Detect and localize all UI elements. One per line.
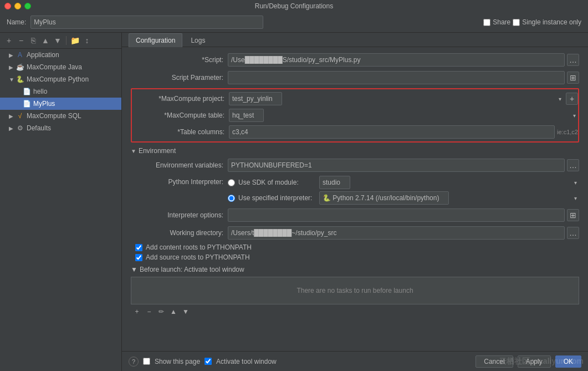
application-icon: A [16,50,24,59]
maxcompute-project-add-button[interactable]: + [566,93,578,105]
move-down-button[interactable]: ▼ [52,35,63,46]
table-columns-label: *Table columns: [132,128,229,136]
specified-radio[interactable] [228,195,235,202]
share-label: Share [493,18,510,26]
toolbar-separator [66,36,67,45]
script-input[interactable] [228,53,565,67]
before-launch-header[interactable]: ▼ Before launch: Activate tool window [131,266,579,273]
sdk-row: Use SDK of module: studio [228,176,579,189]
show-page-label: Show this page [155,358,200,365]
sidebar-item-label: Application [27,51,59,59]
add-content-roots-row: Add content roots to PYTHONPATH [131,243,579,251]
maxcompute-project-select[interactable]: test_py_yinlin [229,92,282,105]
sort-button[interactable]: ↕ [81,35,93,46]
environment-label: Environment [139,147,176,155]
script-param-expand-button[interactable]: ⊞ [567,72,579,84]
share-checkbox[interactable] [483,19,490,26]
sidebar-item-label: MaxCompute SQL [27,112,81,120]
cancel-button[interactable]: Cancel [475,355,513,368]
sidebar-item-myplus[interactable]: 📄 MyPlus [0,98,121,110]
script-control: … [228,53,579,67]
share-group: Share Single instance only [483,18,581,26]
table-columns-control: ie:c1,c2 [229,125,578,139]
environment-arrow: ▼ [131,148,136,154]
environment-section-header[interactable]: ▼ Environment [131,147,579,155]
tab-logs[interactable]: Logs [183,33,212,47]
interpreter-options-expand-button[interactable]: ⊞ [567,209,579,221]
name-row: Name: Share Single instance only [0,12,588,33]
table-columns-suffix: ie:c1,c2 [557,129,578,135]
script-row: *Script: … [131,53,579,67]
activate-window-checkbox[interactable] [204,358,212,365]
close-button[interactable] [4,3,11,9]
arrow-icon: ▶ [9,64,16,70]
script-browse-button[interactable]: … [567,54,579,66]
config-area: *Script: … Script Parameter: ⊞ [122,47,588,351]
working-dir-row: Working directory: … [131,226,579,240]
ok-button[interactable]: OK [555,355,581,368]
sidebar-item-hello[interactable]: 📄 hello [0,85,121,98]
python-interpreter-row: Python Interpreter: Use SDK of module: s… [131,176,579,205]
arrow-icon: ▶ [9,113,16,119]
bottom-left: ? Show this page Activate tool window [129,357,475,367]
script-param-control: ⊞ [228,71,579,84]
launch-edit-button[interactable]: ✏ [156,307,166,317]
help-icon[interactable]: ? [129,357,139,367]
tabs-bar: Configuration Logs [122,33,588,47]
launch-move-up-button[interactable]: ▲ [168,307,178,317]
right-panel: Configuration Logs *Script: … [122,33,588,371]
working-dir-input[interactable] [228,226,565,240]
traffic-lights [4,3,31,9]
launch-remove-button[interactable]: − [144,307,154,317]
env-variables-row: Environment variables: … [131,158,579,172]
maximize-button[interactable] [24,3,31,9]
maxcompute-project-row: *MaxCompute project: test_py_yinlin + [132,92,578,106]
remove-config-button[interactable]: − [16,35,27,46]
name-input[interactable] [30,16,263,29]
sdk-select[interactable]: studio [319,176,350,189]
add-config-button[interactable]: + [3,35,14,46]
folder-button[interactable]: 📁 [69,35,80,46]
maxcompute-table-select[interactable]: hq_test [229,109,264,122]
sidebar-item-defaults[interactable]: ▶ ⚙ Defaults [0,122,121,134]
add-source-roots-label: Add source roots to PYTHONPATH [146,253,250,261]
interpreter-options-label: Interpreter options: [131,211,228,219]
sidebar-item-application[interactable]: ▶ A Application [0,49,121,61]
script-param-label: Script Parameter: [131,74,228,82]
activate-window-label: Activate tool window [216,358,277,365]
working-dir-browse-button[interactable]: … [567,227,579,239]
launch-move-down-button[interactable]: ▼ [181,307,191,317]
script-label: *Script: [131,56,228,64]
show-page-checkbox[interactable] [143,358,150,365]
env-variables-input[interactable] [228,159,565,172]
table-columns-input[interactable] [229,125,555,139]
copy-config-button[interactable]: ⎘ [28,35,39,46]
table-columns-row: *Table columns: ie:c1,c2 [132,125,578,139]
single-instance-checkbox[interactable] [513,19,520,26]
apply-button[interactable]: Apply [518,355,551,368]
add-source-roots-row: Add source roots to PYTHONPATH [131,253,579,261]
add-source-roots-checkbox[interactable] [135,254,142,261]
tab-configuration[interactable]: Configuration [129,33,182,47]
env-variables-browse-button[interactable]: … [567,159,579,171]
sidebar-item-label: hello [33,88,47,95]
launch-add-button[interactable]: + [132,307,142,317]
sidebar-item-label: Defaults [27,124,51,132]
sidebar-item-maxcompute-python[interactable]: ▼ 🐍 MaxCompute Python [0,73,121,85]
titlebar: Run/Debug Configurations [0,0,588,12]
interpreter-options-input[interactable] [228,209,565,222]
minimize-button[interactable] [14,3,21,9]
arrow-icon: ▶ [9,125,16,131]
specified-select[interactable]: 🐍 Python 2.7.14 (/usr/local/bin/python) [319,191,449,205]
interpreter-options-row: Interpreter options: ⊞ [131,208,579,222]
sdk-radio[interactable] [228,179,235,186]
sidebar-item-label: MyPlus [33,100,55,108]
sidebar-item-maxcompute-sql[interactable]: ▶ √ MaxCompute SQL [0,110,121,122]
sidebar-item-maxcompute-java[interactable]: ▶ ☕ MaxCompute Java [0,61,121,73]
move-up-button[interactable]: ▲ [40,35,51,46]
maxcompute-python-icon: 🐍 [16,75,24,84]
script-param-input[interactable] [228,71,565,84]
add-content-roots-checkbox[interactable] [135,244,142,251]
interpreter-options-control: ⊞ [228,209,579,222]
specified-row: Use specified interpreter: 🐍 Python 2.7.… [228,191,579,205]
